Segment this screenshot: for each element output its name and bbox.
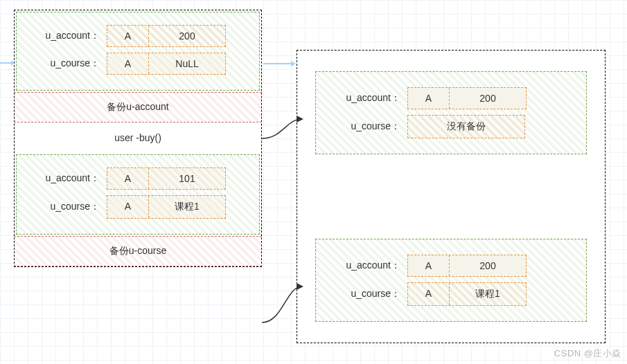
cell-key: A [107,168,149,189]
row-u-account-snap1: u_account： A 200 [324,87,578,109]
backup-account-text: 备份u-account [107,101,168,112]
arrow-blue-mid [263,60,297,68]
cell-value: 课程1 [149,196,225,218]
right-snapshots: u_account： A 200 u_course： 没有备份 u_accoun… [297,50,606,343]
left-timeline: u_account： A 200 u_course： A NuLL 备份u-ac… [14,10,262,267]
row-u-account-after: u_account： A 101 [24,167,252,190]
label-u-course: u_course： [24,57,100,70]
watermark: CSDN @庄小焱 [554,347,621,360]
pair-u-account-after: A 101 [107,167,226,190]
cell-key: A [107,26,149,46]
cell-key: A [408,255,450,276]
label-u-account: u_account： [324,260,400,272]
cell-value: 101 [149,168,225,189]
cell-value: 课程1 [450,283,526,305]
label-u-course: u_course： [324,288,400,300]
cell-value: 200 [450,88,526,109]
backup-course-text: 备份u-course [109,245,166,256]
backup-course-bar: 备份u-course [14,236,262,266]
label-u-account: u_account： [324,92,400,104]
backup-account-bar: 备份u-account [14,92,262,122]
row-u-course-snap2: u_course： A 课程1 [324,282,578,306]
snapshot-1: u_account： A 200 u_course： 没有备份 [315,71,587,154]
pair-u-course-snap2: A 课程1 [407,282,527,306]
row-u-course-snap1: u_course： 没有备份 [324,115,578,138]
cell-value: 200 [149,26,225,46]
row-u-course-before: u_course： A NuLL [24,53,252,75]
row-u-account-before: u_account： A 200 [24,25,252,47]
pair-u-course-after: A 课程1 [107,195,226,219]
cell-value: NuLL [149,53,225,74]
label-u-account: u_account： [24,30,100,42]
cell-value: 200 [450,255,526,276]
pair-u-account-snap1: A 200 [407,87,527,109]
label-u-course: u_course： [24,201,100,213]
row-u-account-snap2: u_account： A 200 [324,255,578,277]
cell-key: A [408,283,450,305]
decoration-tick [0,62,12,64]
pair-u-account-before: A 200 [107,25,226,47]
action-bar: user -buy() [15,122,261,153]
pair-u-account-snap2: A 200 [407,255,527,277]
cell-key: A [408,88,450,109]
state-before: u_account： A 200 u_course： A NuLL [16,12,260,91]
cell-key: A [107,196,149,218]
label-u-course: u_course： [324,120,400,133]
snapshot-2: u_account： A 200 u_course： A 课程1 [315,239,587,322]
pair-u-course-before: A NuLL [107,53,226,75]
state-after: u_account： A 101 u_course： A 课程1 [16,154,260,235]
label-u-account: u_account： [24,172,100,185]
no-backup-badge: 没有备份 [407,115,525,138]
row-u-course-after: u_course： A 课程1 [24,195,252,219]
cell-key: A [107,53,149,74]
action-text: user -buy() [114,132,161,143]
